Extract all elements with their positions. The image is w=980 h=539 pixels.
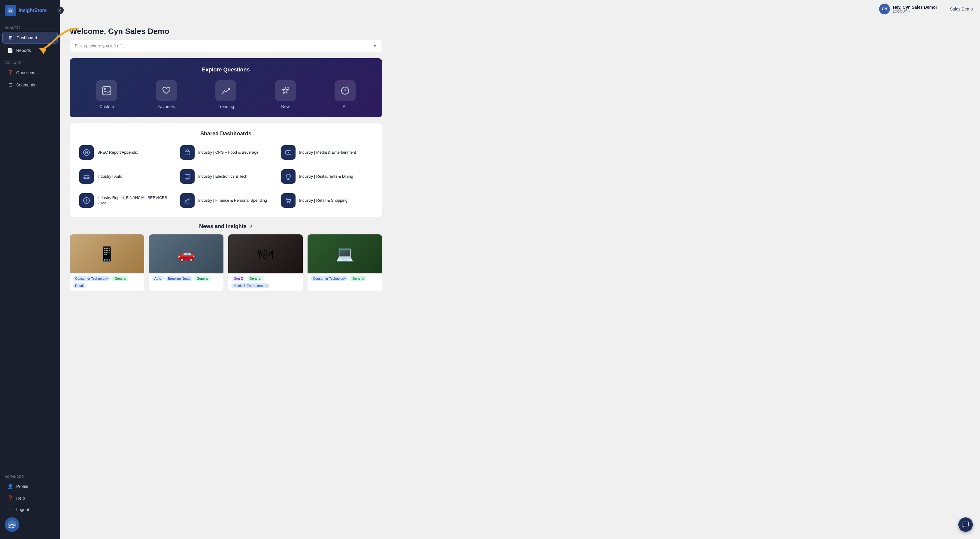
tag-retail: Retail (73, 283, 86, 289)
sidebar-item-profile[interactable]: 👤 Profile (2, 481, 58, 492)
industry-cpg-label: Industry | CPG – Food & Beverage (198, 150, 259, 155)
industry-media-icon (281, 145, 296, 160)
svg-text:SCIENCE: SCIENCE (8, 527, 16, 528)
industry-auto-icon (79, 169, 94, 184)
user-greeting: Hey, Cyn Sales Demo! (893, 5, 937, 10)
civic-science-bottom-logo[interactable]: CIVIC SCIENCE (5, 517, 19, 532)
dashboard-icon: ⊞ (8, 35, 14, 41)
user-org: Sales Demo (945, 6, 973, 11)
app-name: InsightStore (19, 8, 46, 13)
sidebar-item-label-help: Help (16, 496, 25, 501)
industry-electronics-icon (180, 169, 195, 184)
dropdown-chevron-icon: ▼ (373, 43, 377, 48)
svg-marker-16 (288, 152, 289, 153)
chat-button[interactable] (958, 517, 973, 532)
news-card-4-tags: Consumer Technology General (307, 273, 382, 284)
sidebar-item-questions[interactable]: ❓ Questions (2, 67, 58, 78)
dashboard-industry-cpg[interactable]: Industry | CPG – Food & Beverage (178, 143, 274, 162)
sidebar-item-label-reports: Reports (16, 48, 31, 53)
sidebar-item-reports[interactable]: 📄 Reports (2, 45, 58, 56)
news-card-2[interactable]: 🚗 Auto Breaking News General (149, 235, 223, 291)
explore-all[interactable]: ? All (334, 80, 356, 109)
sidebar-item-help[interactable]: ❓ Help (2, 493, 58, 504)
welcome-section: Welcome, Cyn Sales Demo Pick up where yo… (60, 18, 980, 52)
industry-cpg-icon (180, 145, 195, 160)
industry-restaurants-icon (281, 169, 296, 184)
dashboard-industry-restaurants[interactable]: Industry | Restaurants & Dining (279, 167, 375, 186)
new-icon (275, 80, 296, 101)
new-label: New (281, 104, 290, 109)
segments-icon: ⊟ (7, 82, 13, 88)
news-card-3[interactable]: 🍽 Gen Z General Media & Entertainment (228, 235, 303, 291)
trending-icon (215, 80, 236, 101)
svg-rect-6 (102, 86, 111, 95)
tag-general-2: General (194, 276, 211, 281)
tag-general: General (112, 276, 129, 281)
welcome-title: Welcome, Cyn Sales Demo (70, 27, 970, 36)
svg-point-32 (289, 202, 290, 203)
top-header: CN Hey, Cyn Sales Demo! LOGOUT → Sales D… (60, 0, 980, 18)
explore-custom[interactable]: Custom (96, 80, 117, 109)
news-card-2-tags: Auto Breaking News General (149, 273, 223, 284)
tag-general-4: General (350, 276, 366, 281)
svg-point-12 (86, 152, 87, 153)
favorites-label: Favorites (158, 104, 175, 109)
civic-science-logo: CS (5, 5, 16, 16)
svg-text:?: ? (344, 89, 346, 93)
industry-financial-icon: $ (79, 193, 94, 208)
reports-icon: 📄 (7, 48, 13, 53)
explore-icons-row: Custom Favorites Trending (77, 80, 375, 109)
explore-favorites[interactable]: Favorites (156, 80, 177, 109)
tag-media-entertainment: Media & Entertainment (231, 283, 270, 289)
profile-icon: 👤 (7, 484, 13, 489)
user-details: Hey, Cyn Sales Demo! LOGOUT → (893, 5, 937, 13)
logout-icon: → (7, 507, 13, 512)
news-card-3-tags: Gen Z General Media & Entertainment (228, 273, 303, 291)
dashboard-industry-electronics[interactable]: Industry | Electronics & Tech (178, 167, 274, 186)
dashboard-industry-auto[interactable]: Industry | Auto (77, 167, 173, 186)
logo-area: CS InsightStore ❮ (0, 0, 60, 21)
questions-icon: ❓ (7, 70, 13, 75)
sidebar-item-label-questions: Questions (16, 70, 35, 75)
dashboard-industry-financial[interactable]: $ Industry Report_FINANCIAL SERVICES 202… (77, 191, 173, 210)
news-card-1-tags: Consumer Technology General Retail (70, 273, 144, 291)
avatar: CN (879, 3, 890, 14)
svg-point-8 (288, 87, 289, 89)
dashboard-industry-finance[interactable]: Industry | Finance & Personal Spending (178, 191, 274, 210)
tag-general-3: General (247, 276, 264, 281)
sidebar-item-dashboard[interactable]: ⊞ Dashboard (2, 32, 58, 43)
news-section: News and Insights ↗ 📱 Consumer Technolog… (70, 223, 382, 291)
logout-link[interactable]: LOGOUT → (893, 10, 937, 13)
news-card-1[interactable]: 📱 Consumer Technology General Retail (70, 235, 144, 291)
dashboards-grid: SPEC Report Appendix Industry | CPG – Fo… (77, 143, 375, 210)
sidebar-collapse-button[interactable]: ❮ (56, 6, 64, 14)
news-card-4[interactable]: 💻 Consumer Technology General (307, 235, 382, 291)
dashboard-industry-retail[interactable]: Industry | Retail & Shopping (279, 191, 375, 210)
pick-up-placeholder: Pick up where you left off... (75, 43, 125, 48)
explore-new[interactable]: New (275, 80, 296, 109)
external-link-icon[interactable]: ↗ (249, 224, 253, 229)
industry-financial-label: Industry Report_FINANCIAL SERVICES 2022 (97, 195, 170, 206)
dashboard-spec-report[interactable]: SPEC Report Appendix (77, 143, 173, 162)
main-content: CN Hey, Cyn Sales Demo! LOGOUT → Sales D… (60, 0, 980, 539)
sidebar-item-label-profile: Profile (16, 484, 28, 489)
pick-up-dropdown[interactable]: Pick up where you left off... ▼ (70, 40, 382, 52)
help-icon: ❓ (7, 495, 13, 501)
all-label: All (343, 104, 347, 109)
sidebar-item-segments[interactable]: ⊟ Segments (2, 79, 58, 90)
trending-label: Trending (218, 104, 234, 109)
sidebar-item-label-logout: Logout (16, 507, 29, 512)
industry-restaurants-label: Industry | Restaurants & Dining (299, 174, 353, 179)
explore-trending[interactable]: Trending (215, 80, 236, 109)
explore-section-label: EXPLORE (0, 56, 60, 66)
sidebar-item-label-dashboard: Dashboard (16, 35, 37, 40)
svg-rect-19 (185, 175, 190, 178)
tag-gen-z: Gen Z (231, 276, 245, 281)
explore-questions-title: Explore Questions (77, 67, 375, 73)
dashboard-industry-media[interactable]: Industry | Media & Entertainment (279, 143, 375, 162)
shared-dashboards-section: Shared Dashboards SPEC Report Appendix (70, 123, 382, 217)
news-grid: 📱 Consumer Technology General Retail 🚗 A… (70, 235, 382, 291)
custom-label: Custom (99, 104, 114, 109)
sidebar-item-logout[interactable]: → Logout (2, 504, 58, 515)
svg-point-31 (288, 202, 288, 203)
